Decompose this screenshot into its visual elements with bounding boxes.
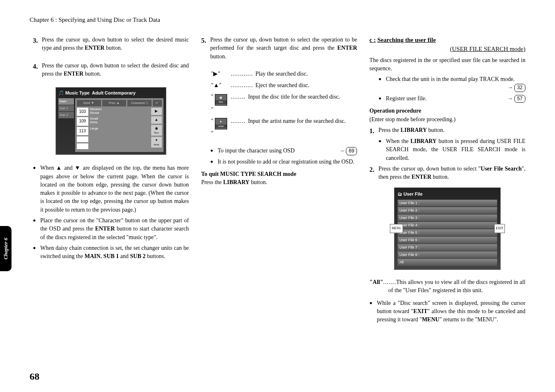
section-heading: c : Searching the user file (USER FILE S… <box>369 36 525 54</box>
bullet-text: When daisy chain connection is set, the … <box>40 244 189 261</box>
osd-top-button: Character ⤵ <box>127 100 152 106</box>
dots: ............ <box>228 70 256 78</box>
osd-row-text: Large <box>90 127 98 130</box>
op-heading: Operation procedure <box>369 107 525 115</box>
quit-text: Press the LIBRARY button. <box>201 178 357 187</box>
osd-row: 103 MediumShose <box>77 108 150 116</box>
osd-list: 103 MediumShose 109 SmallShrts 113 Large <box>77 108 150 151</box>
bullet-text: Register user file. → 57 <box>386 95 525 103</box>
bullet-dot: ● <box>33 217 40 242</box>
text: Press the cursor up, down button to sele… <box>378 166 481 172</box>
text: button. <box>427 127 444 133</box>
text: button. <box>83 71 101 77</box>
eject-symbol: "▲" <box>211 81 228 90</box>
play-symbol: "▶" <box>211 70 228 78</box>
symbol-disc: " ◉Disc " ........ Input the disc title … <box>211 93 357 113</box>
arrow-icon: → <box>507 95 513 101</box>
user-file-search-label: User File Search <box>481 166 522 172</box>
dots: ........ <box>228 93 248 101</box>
dots: ............ <box>228 81 256 90</box>
user-file-item: User File 2 : <box>398 207 497 214</box>
text: Register user file. <box>386 95 426 101</box>
osd-tabs: Main Sub 1 Sub 2 <box>58 98 74 152</box>
symbol-text: Input the disc title for the searched di… <box>248 93 357 101</box>
exit-label: EXIT <box>413 308 427 314</box>
user-file-item: User File 1 : <box>398 200 497 207</box>
user-file-item: User File 7 : <box>398 244 497 251</box>
bullet-daisy: ● When daisy chain connection is set, th… <box>33 244 189 261</box>
osd-top-button: ↵ <box>153 100 162 106</box>
osd-music-type: 🎵 Music Type Adult Contemporary Main Sub… <box>55 87 166 155</box>
bullet-dot: ● <box>369 299 377 324</box>
quit-heading: To quit MUSIC TYPE SEARCH mode <box>201 170 357 178</box>
all-description: "All".......This allows you to view all … <box>369 278 525 295</box>
chapter-header: Chapter 6 : Specifying and Using Disc or… <box>30 16 525 23</box>
step-number: 1. <box>369 126 378 136</box>
text: button. <box>249 179 267 185</box>
osd-row <box>77 143 150 149</box>
intro-text: The discs registered in the or specified… <box>369 56 525 73</box>
artist-symbol: " ✦Artist " <box>211 117 228 138</box>
osd-title: 🗂 User File <box>398 191 497 198</box>
artist-icon: ✦ <box>219 120 222 125</box>
text: To input the character using OSD <box>218 148 295 154</box>
step-text: Press the cursor up, down button to sele… <box>378 165 525 182</box>
symbol-text: Input the artist name for the searched d… <box>248 117 357 125</box>
text: buttons. <box>145 253 165 259</box>
bullet-dot: ● <box>33 244 40 261</box>
bullet-disc-search: ● While a "Disc search" screen is displa… <box>369 299 525 324</box>
content-columns: 3. Press the cursor up, down button to s… <box>30 36 525 326</box>
head-a: c : <box>369 37 375 43</box>
osd-row-num: 113 <box>77 127 88 136</box>
bullet-character: ● Place the cursor on the "Character" bu… <box>33 217 189 242</box>
osd-row-text: Small <box>90 117 98 120</box>
bullet-text: It is not possible to add or clear regis… <box>218 158 357 166</box>
exit-nav: EXIT <box>494 224 505 233</box>
text: , <box>101 253 104 259</box>
library-label: LIBRARY <box>410 138 437 144</box>
disc-icon: ◉ <box>219 95 222 100</box>
user-file-item: User File 5 : <box>398 229 497 236</box>
artist-icon: ✦ <box>155 138 158 143</box>
step-text: Press the LIBRARY button. <box>378 126 444 136</box>
disc-sublabel: Disc <box>215 100 227 104</box>
osd-side: ▶ ▲ ◉ Disc ✦ Artist <box>151 108 162 151</box>
column-2: 5. Press the cursor up, down button to s… <box>201 36 357 326</box>
step-number: 2. <box>369 165 378 182</box>
osd-title: 🎵 Music Type Adult Contemporary <box>58 90 164 97</box>
page-number: 68 <box>30 371 39 382</box>
bullet-dot: ● <box>378 95 386 103</box>
text: button. <box>104 45 122 51</box>
osd-user-file: MENU EXIT 🗂 User File User File 1 : User… <box>394 187 501 270</box>
osd-row-num: 103 <box>77 108 88 116</box>
page-ref: 57 <box>514 95 525 103</box>
bullet-track-mode: ● Check that the unit is in the normal p… <box>378 75 525 92</box>
step-text: Press the cursor up, down button to sele… <box>42 36 189 53</box>
chapter-tab-label: Chapter 6 <box>2 238 9 259</box>
play-icon: ▶ <box>151 108 162 115</box>
title-b: Adult Contemporary <box>92 90 136 95</box>
dots: ........ <box>228 117 248 125</box>
bullet-dot: ● <box>210 158 218 166</box>
osd-row-num: 109 <box>77 117 88 126</box>
arrow-icon: → <box>339 148 344 154</box>
osd-row <box>77 136 150 142</box>
osd-tab: Main <box>58 98 74 105</box>
disc-icon: ◉ <box>155 126 158 131</box>
symbol-text: Eject the searched disc. <box>256 81 357 90</box>
enter-label: ENTER <box>95 226 115 232</box>
bullet-osd-addclear: ● It is not possible to add or clear reg… <box>210 158 357 166</box>
bullet-text: Check that the unit is in the normal pla… <box>386 75 525 92</box>
title-a: Music Type <box>65 90 90 95</box>
user-file-item: User File 4 : <box>398 222 497 229</box>
step-number: 3. <box>33 36 42 53</box>
bullet-dot: ● <box>210 147 218 155</box>
osd-row-text: Medium <box>90 107 101 111</box>
op-step-2: 2. Press the cursor up, down button to s… <box>369 165 525 182</box>
osd-top-button: Prev ▲ <box>102 100 127 106</box>
library-label: LIBRARY <box>223 179 249 185</box>
page-ref: 69 <box>346 147 357 155</box>
step-text: Press the cursor up, down button to sele… <box>210 36 357 61</box>
text: Check that the unit is in the normal pla… <box>386 76 515 82</box>
osd-row-text: Shose <box>90 111 99 115</box>
